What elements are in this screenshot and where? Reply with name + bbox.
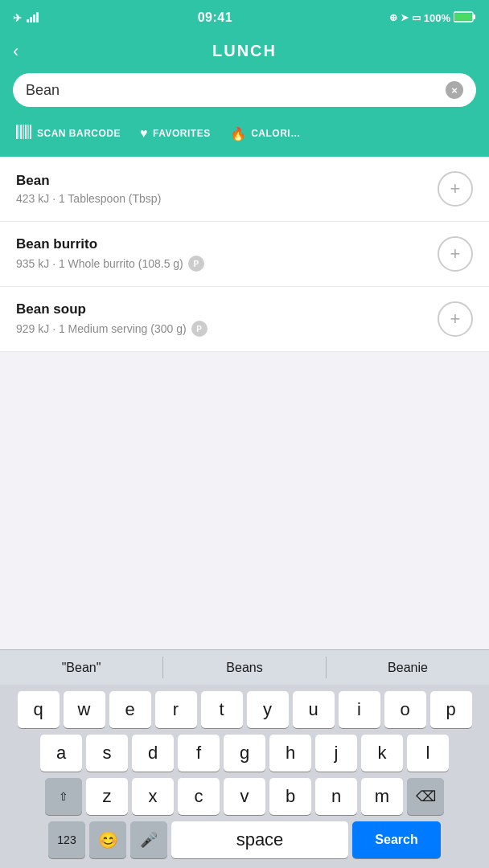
key-b[interactable]: b — [269, 778, 311, 815]
key-y[interactable]: y — [247, 691, 289, 728]
result-name-bean-soup: Bean soup — [16, 301, 438, 317]
result-name-bean-burrito: Bean burrito — [16, 236, 438, 252]
key-q[interactable]: q — [18, 691, 60, 728]
location-icon: ⊕ — [389, 12, 397, 23]
results-container: Bean 423 kJ · 1 Tablespoon (Tbsp) + Bean… — [0, 157, 489, 352]
key-i[interactable]: i — [339, 691, 380, 728]
battery-percent: 100% — [424, 12, 450, 24]
key-m[interactable]: m — [361, 778, 403, 815]
result-item-bean-soup: Bean soup 929 kJ · 1 Medium serving (300… — [0, 287, 489, 352]
plane-icon: ✈ — [13, 12, 22, 24]
scan-barcode-button[interactable]: SCAN BARCODE — [6, 120, 130, 147]
fire-icon: 🔥 — [230, 126, 247, 141]
search-key[interactable]: Search — [352, 821, 441, 858]
result-meta-bean-burrito: 935 kJ · 1 Whole burrito (108.5 g) P — [16, 256, 438, 272]
key-g[interactable]: g — [224, 735, 265, 772]
emoji-key[interactable]: 😊 — [89, 821, 126, 858]
svg-rect-10 — [23, 125, 24, 139]
key-r[interactable]: r — [155, 691, 197, 728]
calories-button[interactable]: 🔥 CALORI… — [220, 121, 310, 146]
svg-rect-12 — [28, 125, 29, 139]
svg-rect-1 — [30, 17, 32, 23]
action-bar: SCAN BARCODE ♥ FAVORITES 🔥 CALORI… — [0, 120, 489, 157]
key-j[interactable]: j — [315, 735, 357, 772]
result-name-bean: Bean — [16, 173, 438, 189]
calories-label: CALORI… — [251, 128, 301, 139]
result-info-bean-soup: Bean soup 929 kJ · 1 Medium serving (300… — [16, 301, 438, 337]
key-w[interactable]: w — [64, 691, 105, 728]
result-item-bean: Bean 423 kJ · 1 Tablespoon (Tbsp) + — [0, 157, 489, 222]
mic-key[interactable]: 🎤 — [130, 821, 167, 858]
key-f[interactable]: f — [178, 735, 220, 772]
signal-bars — [27, 11, 41, 25]
result-meta-bean-soup: 929 kJ · 1 Medium serving (300 g) P — [16, 321, 438, 337]
key-c[interactable]: c — [178, 778, 220, 815]
svg-rect-3 — [36, 12, 39, 23]
premium-badge-soup: P — [191, 321, 208, 337]
suggestion-beans[interactable]: Beans — [163, 650, 326, 685]
premium-badge-burrito: P — [188, 256, 204, 272]
add-bean-burrito-button[interactable]: + — [438, 236, 473, 272]
status-right: ⊕ ➤ ▭ 100% — [389, 11, 476, 25]
battery-icon — [454, 11, 476, 25]
key-s[interactable]: s — [86, 735, 128, 772]
svg-rect-7 — [16, 125, 18, 139]
result-info-bean: Bean 423 kJ · 1 Tablespoon (Tbsp) — [16, 173, 438, 205]
svg-rect-6 — [454, 13, 471, 20]
keyboard: "Bean" Beans Beanie q w e r t y u i o p … — [0, 649, 489, 868]
scan-label: SCAN BARCODE — [37, 128, 121, 139]
key-e[interactable]: e — [109, 691, 151, 728]
key-n[interactable]: n — [315, 778, 357, 815]
suggestions-row: "Bean" Beans Beanie — [0, 649, 489, 685]
key-row-4: 123 😊 🎤 space Search — [3, 821, 486, 858]
svg-rect-2 — [33, 14, 35, 23]
key-o[interactable]: o — [384, 691, 426, 728]
suggestion-bean-quoted[interactable]: "Bean" — [0, 650, 162, 685]
key-rows: q w e r t y u i o p a s d f g h j k l ⇧ … — [0, 685, 489, 868]
numbers-key[interactable]: 123 — [48, 821, 85, 858]
favorites-button[interactable]: ♥ FAVORITES — [130, 121, 220, 145]
key-x[interactable]: x — [132, 778, 174, 815]
key-h[interactable]: h — [269, 735, 311, 772]
key-v[interactable]: v — [224, 778, 265, 815]
svg-rect-0 — [27, 19, 29, 23]
barcode-icon — [16, 125, 32, 142]
add-bean-button[interactable]: + — [438, 171, 473, 207]
delete-key[interactable]: ⌫ — [407, 778, 444, 815]
key-row-3: ⇧ z x c v b n m ⌫ — [3, 778, 486, 815]
key-d[interactable]: d — [132, 735, 174, 772]
status-left: ✈ — [13, 11, 41, 25]
favorites-label: FAVORITES — [153, 128, 211, 139]
key-row-2: a s d f g h j k l — [3, 735, 486, 772]
key-t[interactable]: t — [201, 691, 243, 728]
svg-rect-8 — [18, 125, 19, 139]
svg-rect-5 — [473, 14, 475, 19]
search-bar: × — [13, 73, 476, 107]
key-l[interactable]: l — [407, 735, 449, 772]
page-header: ‹ LUNCH — [0, 35, 489, 73]
status-time: 09:41 — [198, 10, 232, 25]
suggestion-beanie[interactable]: Beanie — [327, 650, 489, 685]
space-key[interactable]: space — [171, 821, 348, 858]
back-button[interactable]: ‹ — [13, 41, 18, 62]
svg-rect-13 — [30, 125, 31, 139]
svg-rect-11 — [25, 125, 27, 139]
search-bar-container: × — [0, 73, 489, 120]
key-row-1: q w e r t y u i o p — [3, 691, 486, 728]
add-bean-soup-button[interactable]: + — [438, 301, 473, 337]
key-k[interactable]: k — [361, 735, 403, 772]
result-meta-bean: 423 kJ · 1 Tablespoon (Tbsp) — [16, 192, 438, 205]
screen-icon: ▭ — [412, 12, 421, 23]
page-title: LUNCH — [212, 42, 277, 60]
search-clear-button[interactable]: × — [446, 81, 463, 99]
svg-rect-9 — [20, 125, 22, 139]
key-u[interactable]: u — [293, 691, 335, 728]
heart-icon: ♥ — [140, 126, 148, 141]
shift-key[interactable]: ⇧ — [45, 778, 82, 815]
key-a[interactable]: a — [40, 735, 82, 772]
nav-icon: ➤ — [401, 12, 409, 23]
search-input[interactable] — [26, 82, 439, 99]
result-info-bean-burrito: Bean burrito 935 kJ · 1 Whole burrito (1… — [16, 236, 438, 272]
key-p[interactable]: p — [430, 691, 472, 728]
key-z[interactable]: z — [86, 778, 128, 815]
